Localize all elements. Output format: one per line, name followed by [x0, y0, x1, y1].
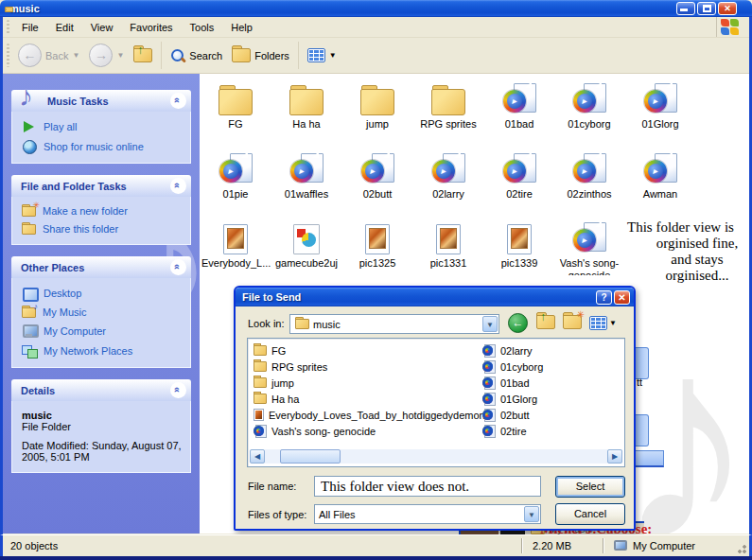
cancel-button[interactable]: Cancel — [555, 503, 625, 525]
sidebar-item-my-network-places[interactable]: My Network Places — [22, 344, 186, 358]
list-item[interactable]: 02tire — [482, 423, 543, 439]
sidebar-item-desktop[interactable]: Desktop — [22, 287, 186, 300]
maximize-button[interactable] — [697, 2, 716, 15]
file-item[interactable]: 02tire — [485, 151, 553, 201]
sidebar-item-make-new-folder[interactable]: ✳ Make a new folder — [22, 205, 186, 217]
image-file-icon — [223, 224, 248, 254]
list-item[interactable]: Ha ha — [254, 391, 485, 407]
file-item[interactable]: pic1325 — [343, 220, 411, 270]
minimize-button[interactable] — [676, 2, 695, 15]
folders-button[interactable]: Folders — [227, 48, 294, 62]
file-item[interactable]: Awman — [626, 151, 694, 201]
list-item[interactable]: 01cyborg — [482, 359, 543, 375]
list-item[interactable]: 01bad — [482, 375, 543, 391]
back-icon: ← — [508, 313, 528, 333]
help-button[interactable]: ? — [596, 290, 612, 305]
search-button[interactable]: Search — [166, 48, 227, 63]
folder-up-icon: ↑ — [133, 48, 152, 62]
look-in-combobox[interactable]: music ▼ — [289, 314, 499, 334]
file-item[interactable]: Vash's song- genocide — [555, 220, 623, 275]
scrollbar-thumb[interactable] — [280, 449, 341, 464]
list-item[interactable]: 02larry — [482, 342, 543, 359]
list-item[interactable]: Vash's song- genocide — [254, 423, 485, 439]
media-file-icon — [482, 425, 496, 437]
up-button[interactable]: ↑ — [129, 48, 157, 62]
dialog-new-folder-button[interactable]: ✳ — [563, 315, 582, 329]
collapse-chevron-icon[interactable]: » — [170, 259, 186, 275]
dialog-file-list[interactable]: FG RPG sprites jump Ha ha Everybody_Love… — [247, 338, 625, 467]
menu-file[interactable]: File — [13, 19, 47, 36]
file-item[interactable]: 01cyborg — [555, 81, 623, 131]
file-name-label: File name: — [248, 481, 296, 492]
back-button[interactable]: ← Back ▼ — [13, 44, 84, 67]
file-item[interactable]: 02butt — [343, 151, 411, 201]
back-dropdown-icon[interactable]: ▼ — [72, 51, 79, 60]
files-of-type-combobox[interactable]: All Files ▼ — [314, 504, 541, 524]
menu-edit[interactable]: Edit — [47, 19, 82, 36]
panel-title: File and Folder Tasks — [21, 181, 127, 192]
sidebar-item-share-folder[interactable]: Share this folder — [22, 223, 186, 235]
menu-view[interactable]: View — [82, 19, 122, 36]
scrollbar-track[interactable] — [265, 449, 607, 464]
media-file-icon — [254, 425, 267, 437]
views-icon — [307, 48, 325, 62]
image-file-icon — [365, 224, 390, 254]
dialog-up-button[interactable]: ↑ — [536, 315, 555, 329]
list-item[interactable]: RPG sprites — [254, 359, 485, 375]
file-item[interactable]: Everybody_L... — [201, 220, 270, 270]
list-item[interactable]: 01Glorg — [482, 391, 543, 407]
menu-favorites[interactable]: Favorites — [121, 19, 181, 36]
task-sidebar: ♪ ♪ Music Tasks » Play all — [3, 74, 200, 534]
list-item[interactable]: Everybody_Loves_Toad_by_hotdiggedydemon — [254, 407, 485, 423]
file-item[interactable]: 01Glorg — [626, 81, 694, 131]
music-folder-icon: ♪ — [22, 307, 36, 318]
file-item[interactable]: gamecube2uj — [272, 220, 341, 270]
select-button[interactable]: Select — [555, 476, 625, 498]
dialog-close-button[interactable]: ✕ — [614, 290, 630, 305]
sidebar-item-play-all[interactable]: Play all — [22, 120, 186, 133]
menu-help[interactable]: Help — [222, 19, 261, 36]
file-item[interactable]: Ha ha — [272, 81, 341, 131]
list-item[interactable]: 02butt — [482, 407, 543, 423]
file-item[interactable]: 02zinthos — [555, 151, 623, 201]
dialog-views-button[interactable]: ▼ — [589, 316, 617, 330]
collapse-chevron-icon[interactable]: » — [170, 178, 186, 194]
file-name-input[interactable] — [314, 476, 541, 497]
file-item[interactable]: RPG sprites — [414, 81, 482, 131]
file-item[interactable]: 01pie — [201, 151, 270, 201]
file-item[interactable]: jump — [343, 81, 411, 131]
collapse-chevron-icon[interactable]: » — [170, 382, 186, 398]
close-button[interactable]: ✕ — [718, 2, 737, 15]
resize-grip[interactable] — [735, 542, 747, 554]
file-item[interactable]: 02larry — [414, 151, 482, 201]
sidebar-item-my-music[interactable]: ♪ My Music — [22, 306, 186, 318]
forward-button[interactable]: → ▼ — [84, 44, 129, 67]
details-folder-type: File Folder — [22, 421, 186, 432]
toolbar-grip[interactable] — [7, 44, 9, 68]
dropdown-arrow-icon[interactable]: ▼ — [524, 506, 539, 522]
occluded-label-fragment: tt — [637, 376, 642, 388]
file-item[interactable]: pic1339 — [485, 220, 553, 270]
collapse-chevron-icon[interactable]: » — [170, 93, 186, 109]
dialog-titlebar[interactable]: File to Send ? ✕ — [236, 288, 634, 306]
file-item[interactable]: 01waffles — [272, 151, 341, 201]
scroll-right-icon[interactable]: ▶ — [607, 449, 622, 464]
forward-dropdown-icon[interactable]: ▼ — [116, 51, 124, 60]
horizontal-scrollbar[interactable]: ◀ ▶ — [250, 449, 622, 464]
menubar-grip[interactable] — [7, 20, 9, 34]
sidebar-item-shop-music[interactable]: Shop for music online — [22, 140, 186, 153]
file-item[interactable]: 01bad — [485, 81, 553, 131]
file-item[interactable]: FG — [201, 81, 270, 131]
my-computer-icon — [614, 540, 627, 551]
list-item[interactable]: jump — [254, 375, 485, 391]
views-button[interactable]: ▼ — [303, 48, 341, 62]
scroll-left-icon[interactable]: ◀ — [250, 449, 265, 464]
menu-tools[interactable]: Tools — [182, 19, 223, 36]
list-item[interactable]: FG — [254, 342, 485, 359]
sidebar-item-my-computer[interactable]: My Computer — [22, 324, 186, 338]
dialog-back-button[interactable]: ← — [508, 313, 528, 333]
media-file-icon — [482, 376, 496, 389]
dropdown-arrow-icon[interactable]: ▼ — [482, 316, 498, 332]
window-titlebar[interactable]: music ✕ — [0, 0, 752, 17]
file-item[interactable]: pic1331 — [414, 220, 482, 270]
